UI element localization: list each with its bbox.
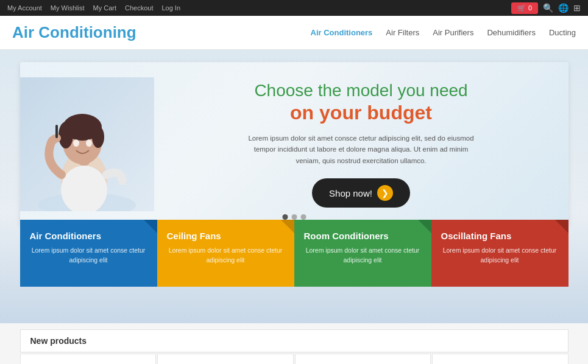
hero-child-svg <box>32 89 142 211</box>
product-card-2[interactable] <box>157 354 294 364</box>
hero-dot-3[interactable] <box>300 214 306 220</box>
new-products-section: New products <box>20 329 569 364</box>
product-card-1[interactable] <box>20 354 157 364</box>
hero-text-area: Choose the model you need on your budget… <box>154 62 569 226</box>
category-desc-ceiling-fans: Lorem ipsum dolor sit amet conse ctetur … <box>167 246 285 265</box>
nav-dehumidifiers[interactable]: Dehumidifiers <box>487 28 535 37</box>
expand-icon[interactable]: ⊞ <box>573 3 581 13</box>
hero-dots <box>282 214 306 220</box>
top-bar-nav: My Account My Wishlist My Cart Checkout … <box>7 4 180 12</box>
nav-air-purifiers[interactable]: Air Purifiers <box>433 28 473 37</box>
main-nav: Air Conditioners Air Filters Air Purifie… <box>311 28 576 37</box>
logo-text-accent: Conditioning <box>38 23 136 41</box>
top-bar-right: 🛒 0 🔍 🌐 ⊞ <box>511 2 581 14</box>
hero-description: Lorem ipsum dolor sit amet consce ctetur… <box>246 133 477 166</box>
category-title-room-conditioners: Room Conditioners <box>304 231 422 241</box>
nav-air-filters[interactable]: Air Filters <box>386 28 419 37</box>
cart-icon: 🛒 <box>517 4 526 12</box>
category-desc-oscillating-fans: Lorem ipsum dolor sit amet conse ctetur … <box>441 246 559 265</box>
category-card-ceiling-fans[interactable]: Ceiling Fans Lorem ipsum dolor sit amet … <box>157 220 294 287</box>
my-cart-link[interactable]: My Cart <box>93 4 116 12</box>
logo-text-plain: Air <box>12 23 38 41</box>
nav-ducting[interactable]: Ducting <box>549 28 576 37</box>
category-title-oscillating-fans: Oscillating Fans <box>441 231 559 241</box>
hero-headline-1: Choose the model you need <box>179 80 544 101</box>
logo[interactable]: Air Conditioning <box>12 23 136 42</box>
search-icon[interactable]: 🔍 <box>543 3 553 13</box>
svg-point-6 <box>58 122 73 149</box>
hero-section: Choose the model you need on your budget… <box>0 50 588 323</box>
hero-dot-2[interactable] <box>291 214 297 220</box>
hero-dot-1[interactable] <box>282 214 288 220</box>
header: Air Conditioning Air Conditioners Air Fi… <box>0 16 588 50</box>
new-products-header: New products <box>20 329 569 352</box>
nav-air-conditioners[interactable]: Air Conditioners <box>311 28 373 37</box>
cart-count: 0 <box>528 4 532 12</box>
my-wishlist-link[interactable]: My Wishlist <box>51 4 85 12</box>
svg-point-8 <box>73 139 79 147</box>
svg-point-9 <box>86 139 92 147</box>
category-title-air-conditioners: Air Conditioners <box>30 231 147 241</box>
svg-rect-11 <box>55 125 58 138</box>
hero-headline-2: on your budget <box>179 101 544 124</box>
checkout-link[interactable]: Checkout <box>125 4 153 12</box>
product-card-3[interactable] <box>295 354 431 364</box>
category-card-air-conditioners[interactable]: Air Conditioners Lorem ipsum dolor sit a… <box>20 220 157 287</box>
category-title-ceiling-fans: Ceiling Fans <box>167 231 285 241</box>
shop-now-label: Shop now! <box>329 188 372 198</box>
hero-image <box>20 77 154 211</box>
login-link[interactable]: Log In <box>161 4 180 12</box>
shop-now-button[interactable]: Shop now! ❯ <box>312 178 410 208</box>
hero-banner: Choose the model you need on your budget… <box>20 62 569 226</box>
category-cards: Air Conditioners Lorem ipsum dolor sit a… <box>20 220 569 305</box>
shop-now-arrow-icon: ❯ <box>377 185 393 201</box>
top-bar: My Account My Wishlist My Cart Checkout … <box>0 0 588 16</box>
cart-button[interactable]: 🛒 0 <box>511 2 538 14</box>
product-card-4[interactable] <box>432 354 569 364</box>
products-grid <box>20 354 569 364</box>
category-desc-room-conditioners: Lorem ipsum dolor sit amet conse ctetur … <box>304 246 422 265</box>
category-card-oscillating-fans[interactable]: Oscillating Fans Lorem ipsum dolor sit a… <box>431 220 569 287</box>
svg-point-7 <box>92 126 104 148</box>
globe-icon[interactable]: 🌐 <box>558 3 569 13</box>
my-account-link[interactable]: My Account <box>7 4 42 12</box>
category-desc-air-conditioners: Lorem ipsum dolor sit amet conse ctetur … <box>30 246 147 265</box>
new-products-title: New products <box>30 336 87 346</box>
category-card-room-conditioners[interactable]: Room Conditioners Lorem ipsum dolor sit … <box>294 220 431 287</box>
